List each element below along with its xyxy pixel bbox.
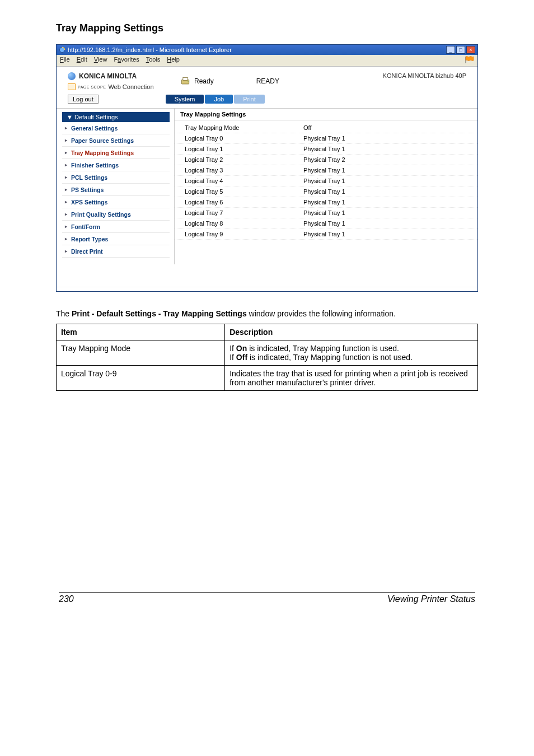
- svg-point-3: [188, 81, 189, 82]
- tab-job[interactable]: Job: [205, 95, 233, 104]
- table-row: Logical Tray 5Physical Tray 1: [175, 186, 477, 197]
- window-maximize-button[interactable]: □: [456, 46, 465, 54]
- page-content: KONICA MINOLTA PAGE SCOPE Web Connection…: [57, 67, 477, 287]
- ie-icon: [59, 46, 65, 53]
- pagescope-prefix: PAGE SCOPE: [78, 85, 106, 89]
- device-model: KONICA MINOLTA bizhub 40P: [383, 72, 466, 90]
- printer-icon: [180, 74, 191, 88]
- menu-tools[interactable]: Tools: [146, 56, 161, 65]
- row-val: Physical Tray 1: [303, 209, 477, 216]
- row-val: Physical Tray 1: [303, 135, 477, 142]
- row-key: Logical Tray 4: [175, 178, 303, 184]
- logout-button[interactable]: Log out: [68, 95, 99, 104]
- row-val: Physical Tray 1: [303, 178, 477, 184]
- text-bold: Off: [236, 353, 247, 362]
- text: is indicated, Tray Mapping function is n…: [247, 353, 413, 362]
- sidebar-item-pcl-settings[interactable]: PCL Settings: [62, 171, 170, 184]
- text-bold: On: [236, 344, 247, 353]
- row-key: Logical Tray 8: [175, 220, 303, 227]
- table-row: Logical Tray 8Physical Tray 1: [175, 218, 477, 229]
- page-footer: 230 Viewing Printer Status: [59, 592, 475, 604]
- row-key: Logical Tray 0: [175, 135, 303, 142]
- row-val: Physical Tray 1: [303, 188, 477, 195]
- table-row: Logical Tray 0Physical Tray 1: [175, 133, 477, 144]
- window-minimize-button[interactable]: _: [446, 46, 455, 54]
- main-panel: Tray Mapping Settings Tray Mapping ModeO…: [174, 109, 477, 264]
- info-item: Logical Tray 0-9: [57, 365, 225, 390]
- panel-title: Tray Mapping Settings: [175, 109, 477, 120]
- sidebar-item-paper-source-settings[interactable]: Paper Source Settings: [62, 134, 170, 147]
- window-titlebar: http://192.168.1.2/m_index.html - Micros…: [57, 45, 477, 55]
- info-table: Item Description Tray Mapping Mode If On…: [56, 324, 478, 391]
- pagescope-label: PAGE SCOPE Web Connection: [68, 83, 180, 90]
- tab-print[interactable]: Print: [234, 95, 265, 104]
- menu-edit[interactable]: Edit: [77, 56, 87, 65]
- table-row: Tray Mapping Mode If On is indicated, Tr…: [57, 340, 478, 365]
- table-row: Logical Tray 2Physical Tray 2: [175, 155, 477, 165]
- window-title: http://192.168.1.2/m_index.html - Micros…: [68, 46, 446, 53]
- row-val: Physical Tray 1: [303, 199, 477, 206]
- text: is indicated, Tray Mapping function is u…: [247, 344, 399, 353]
- sidebar-item-finisher-settings[interactable]: Finisher Settings: [62, 159, 170, 171]
- table-row: Tray Mapping ModeOff: [175, 123, 477, 133]
- sidebar-item-xps-settings[interactable]: XPS Settings: [62, 196, 170, 208]
- page-number: 230: [59, 594, 74, 604]
- description-paragraph: The Print - Default Settings - Tray Mapp…: [56, 309, 478, 319]
- table-row: Logical Tray 6Physical Tray 1: [175, 197, 477, 208]
- row-val: Off: [303, 124, 477, 131]
- table-row: Logical Tray 9Physical Tray 1: [175, 229, 477, 240]
- tab-system[interactable]: System: [166, 95, 204, 104]
- sidebar-heading[interactable]: ▼ Default Settings: [62, 112, 170, 122]
- blurb-post: window provides the following informatio…: [247, 309, 396, 318]
- table-row: Logical Tray 0-9 Indicates the tray that…: [57, 365, 478, 390]
- sidebar-item-font-form[interactable]: Font/Form: [62, 221, 170, 233]
- browser-window: http://192.168.1.2/m_index.html - Micros…: [56, 44, 478, 292]
- globe-icon: [68, 72, 76, 80]
- table-row: Logical Tray 7Physical Tray 1: [175, 208, 477, 218]
- menu-view[interactable]: View: [94, 56, 107, 65]
- menu-file[interactable]: File: [60, 56, 70, 65]
- pagescope-icon: [68, 83, 76, 90]
- row-key: Logical Tray 7: [175, 209, 303, 216]
- row-key: Logical Tray 6: [175, 199, 303, 206]
- blurb-bold: Print - Default Settings - Tray Mapping …: [72, 309, 247, 318]
- ie-flag-icon: [465, 56, 474, 65]
- status-icon-label: Ready: [194, 77, 214, 85]
- row-val: Physical Tray 1: [303, 167, 477, 174]
- row-key: Logical Tray 5: [175, 188, 303, 195]
- sidebar: ▼ Default Settings General Settings Pape…: [57, 109, 174, 264]
- brand-label: KONICA MINOLTA: [79, 72, 137, 80]
- row-key: Tray Mapping Mode: [175, 124, 303, 131]
- sidebar-item-report-types[interactable]: Report Types: [62, 233, 170, 245]
- row-key: Logical Tray 3: [175, 167, 303, 174]
- sidebar-item-tray-mapping-settings[interactable]: Tray Mapping Settings: [62, 147, 170, 159]
- row-key: Logical Tray 9: [175, 231, 303, 237]
- table-row: Logical Tray 1Physical Tray 1: [175, 144, 477, 155]
- table-row: Logical Tray 3Physical Tray 1: [175, 165, 477, 176]
- window-close-button[interactable]: ×: [466, 46, 475, 54]
- sidebar-item-print-quality-settings[interactable]: Print Quality Settings: [62, 208, 170, 221]
- sidebar-item-ps-settings[interactable]: PS Settings: [62, 184, 170, 196]
- printer-status: Ready READY: [180, 72, 279, 90]
- row-val: Physical Tray 1: [303, 146, 477, 152]
- row-val: Physical Tray 1: [303, 220, 477, 227]
- info-th-item: Item: [57, 324, 225, 340]
- text: If: [229, 344, 236, 353]
- pagescope-text: Web Connection: [108, 83, 153, 90]
- table-row: Logical Tray 4Physical Tray 1: [175, 176, 477, 186]
- brand: KONICA MINOLTA: [68, 72, 180, 80]
- blurb-pre: The: [56, 309, 72, 318]
- sidebar-item-direct-print[interactable]: Direct Print: [62, 245, 170, 258]
- info-desc: If On is indicated, Tray Mapping functio…: [225, 340, 478, 365]
- sidebar-item-general-settings[interactable]: General Settings: [62, 122, 170, 134]
- main-tabs: System Job Print: [166, 95, 265, 104]
- menu-favorites[interactable]: Favorites: [114, 56, 139, 65]
- menu-help[interactable]: Help: [167, 56, 180, 65]
- info-th-description: Description: [225, 324, 478, 340]
- row-key: Logical Tray 2: [175, 156, 303, 163]
- browser-menubar: File Edit View Favorites Tools Help: [57, 55, 477, 67]
- status-text: READY: [256, 77, 279, 85]
- info-item: Tray Mapping Mode: [57, 340, 225, 365]
- svg-rect-2: [183, 77, 188, 80]
- row-val: Physical Tray 2: [303, 156, 477, 163]
